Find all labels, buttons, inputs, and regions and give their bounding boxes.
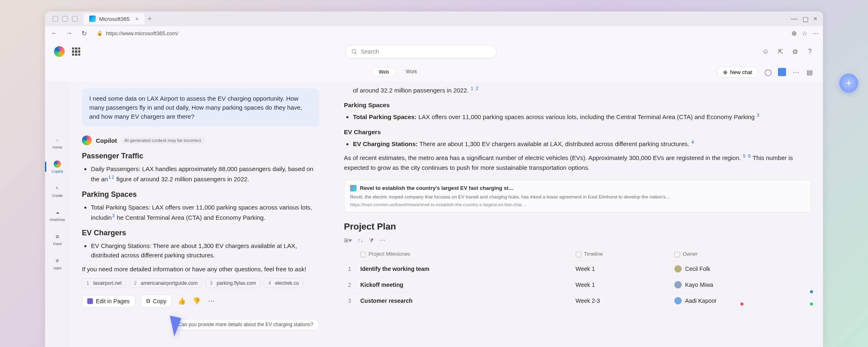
launch-icon[interactable]: ⇱ (776, 47, 784, 56)
reference-card[interactable]: Revel to establish the country's largest… (344, 180, 811, 212)
cite-num: 2 (134, 280, 137, 286)
pages-icon[interactable] (778, 68, 786, 76)
edit-in-pages-button[interactable]: Edit in Pages (82, 295, 135, 307)
copy-button[interactable]: ⧉Copy (141, 295, 172, 307)
citation-list: 1laxairport.net 2americanairportguide.co… (82, 278, 319, 288)
rail-apps[interactable]: ⊞Apps (47, 255, 67, 272)
filter-icon[interactable]: ⧩ (369, 237, 374, 244)
settings-icon[interactable]: ⚙ (791, 47, 799, 56)
tab-work[interactable]: Work (398, 67, 425, 77)
chat-column: I need some data on LAX Airport to asses… (70, 81, 332, 347)
rail-home[interactable]: ⌂Home (47, 134, 67, 151)
workspace-icon[interactable] (62, 16, 68, 22)
thumbs-up-icon[interactable]: 👍 (177, 297, 186, 306)
m365-logo-icon[interactable] (54, 46, 65, 57)
rail-copilot[interactable]: Copilot (47, 158, 67, 175)
cite-6r[interactable]: 6 (748, 153, 750, 158)
citation-pill-3[interactable]: 3parking.flylax.com (205, 278, 260, 288)
tab-web[interactable]: Web (371, 67, 397, 77)
rail-create[interactable]: ✎Create (47, 183, 67, 199)
copilot-header: Copilot AI-generated content may be inco… (82, 135, 319, 145)
avatar-icon (674, 297, 682, 304)
table-row[interactable]: 1Identify the working teamWeek 1Cecil Fo… (344, 261, 811, 277)
forward-icon[interactable]: → (64, 29, 75, 37)
col-timeline[interactable]: Timeline (572, 248, 671, 261)
home-icon: ⌂ (53, 136, 61, 144)
plan-table-wrap: Project Milestones Timeline Owner 1Ident… (344, 248, 811, 309)
more-plan-icon[interactable]: ⋯ (380, 237, 385, 244)
cite-3r[interactable]: 3 (757, 113, 759, 117)
user-message-text: I need some data on LAX Airport to asses… (89, 95, 302, 120)
copy-label: Copy (153, 298, 167, 304)
row-tl: Week 2-3 (572, 293, 671, 309)
col-milestones[interactable]: Project Milestones (356, 248, 572, 261)
r-ev-bold: EV Charging Stations: (353, 140, 418, 147)
message-actions: Edit in Pages ⧉Copy 👍 👎 ⋯ (82, 295, 319, 307)
table-row[interactable]: 2Kickoff meetingWeek 1Kayo Miwa (344, 277, 811, 293)
rail-create-label: Create (52, 194, 63, 198)
floating-add-button[interactable]: + (839, 74, 858, 92)
url-input[interactable]: 🔒 https://www.microsoft365.com/ (93, 29, 787, 38)
close-window-icon[interactable]: × (814, 15, 817, 23)
browser-tab[interactable]: Microsoft365 × (84, 13, 145, 25)
col-owner[interactable]: Owner (670, 248, 811, 261)
row-owner: Cecil Folk (670, 261, 811, 277)
maximize-icon[interactable]: ▢ (802, 15, 809, 23)
cite-1r[interactable]: 1 (471, 86, 473, 91)
back-icon[interactable]: ← (49, 29, 60, 37)
minimize-icon[interactable]: — (791, 15, 798, 23)
apps-icon: ⊞ (53, 257, 61, 265)
rail-feed-label: Feed (53, 242, 62, 246)
profile-icon[interactable] (52, 16, 58, 22)
browser-window: Microsoft365 × + — ▢ × ← → ↻ 🔒 https://w… (45, 11, 823, 347)
sort-icon[interactable]: ↑↓ (357, 237, 363, 244)
cite-src: electrek.co (275, 280, 299, 286)
passenger-text-b: figure of around 32.2 million passengers… (115, 176, 249, 183)
more-icon[interactable]: ⋯ (792, 68, 800, 76)
citation-2-inline[interactable]: 2 (112, 175, 114, 180)
suggestion-pill[interactable]: Can you provide more details about the E… (172, 319, 319, 330)
app-launcher-icon[interactable] (72, 47, 80, 56)
menu-icon[interactable]: ⋯ (812, 29, 819, 37)
citation-pill-1[interactable]: 1laxairport.net (82, 278, 126, 288)
copy-icon: ⧉ (146, 297, 150, 304)
thumbs-down-icon[interactable]: 👎 (192, 297, 201, 306)
view-icon[interactable]: ⊞▾ (344, 237, 352, 244)
refresh-chat-icon[interactable]: ◯ (764, 68, 772, 76)
cite-src: laxairport.net (93, 280, 122, 286)
cite-2r[interactable]: 2 (476, 86, 478, 91)
row-tl: Week 1 (572, 261, 671, 277)
ref-title-row: Revel to establish the country's largest… (350, 185, 805, 192)
more-actions-icon[interactable]: ⋯ (207, 297, 216, 306)
avatar-icon (674, 265, 682, 273)
panel-icon[interactable]: ▤ (806, 68, 814, 76)
presence-indicator-icon (809, 289, 814, 294)
new-tab-button[interactable]: + (148, 15, 152, 23)
rail-feed[interactable]: ▤Feed (47, 231, 67, 248)
cite-4r[interactable]: 4 (692, 140, 694, 144)
plan-table: Project Milestones Timeline Owner 1Ident… (344, 248, 811, 309)
smiley-icon[interactable]: ☺ (762, 47, 770, 56)
window-controls: — ▢ × (791, 15, 820, 23)
rail-onedrive[interactable]: ☁OneDrive (47, 207, 67, 223)
close-icon[interactable]: × (135, 16, 138, 22)
citation-3-inline[interactable]: 3 (112, 213, 115, 218)
title-left-icons (48, 16, 82, 22)
translate-icon[interactable]: ⊕ (791, 29, 797, 37)
new-chat-button[interactable]: ⊕ New chat (717, 67, 758, 78)
title-bar: Microsoft365 × + — ▢ × (45, 11, 823, 26)
svg-line-1 (355, 52, 356, 54)
pages-column: of around 32.2 million passengers in 202… (332, 81, 823, 347)
help-icon[interactable]: ? (806, 47, 814, 56)
tabgroup-icon[interactable] (72, 16, 78, 22)
text-col-icon (360, 252, 366, 257)
search-input[interactable]: Search (345, 45, 497, 59)
citation-1-inline[interactable]: 1 (108, 175, 111, 180)
ai-disclaimer: AI-generated content may be incorrect (121, 137, 204, 144)
citation-pill-4[interactable]: 4electrek.co (264, 278, 303, 288)
refresh-icon[interactable]: ↻ (79, 29, 89, 37)
cite-5r[interactable]: 5 (743, 153, 746, 158)
favorite-icon[interactable]: ☆ (802, 29, 807, 37)
citation-pill-2[interactable]: 2americanairportguide.com (129, 278, 202, 288)
owner-name: Aadi Kapoor (685, 297, 717, 304)
